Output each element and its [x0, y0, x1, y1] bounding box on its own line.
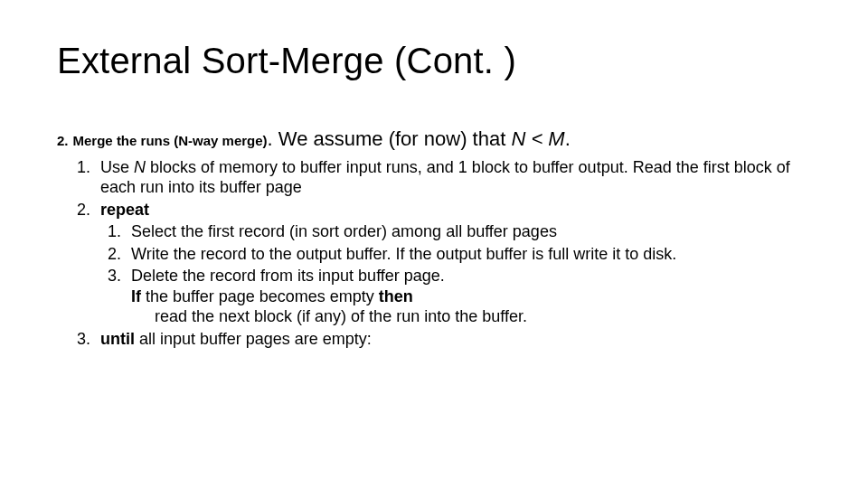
- lead-bold: Merge the runs (N-way merge): [73, 133, 268, 148]
- step-2-1: Select the first record (in sort order) …: [126, 221, 816, 242]
- lead-period: .: [268, 127, 278, 150]
- slide-title: External Sort-Merge (Cont. ): [57, 41, 516, 81]
- step-1-n: N: [134, 158, 146, 176]
- lead-number: 2.: [57, 133, 69, 148]
- step-2: repeat Select the first record (in sort …: [95, 200, 816, 327]
- step-2-3: Delete the record from its input buffer …: [126, 266, 816, 327]
- step-1: Use N blocks of memory to buffer input r…: [95, 157, 816, 198]
- step-2-repeat: repeat: [100, 201, 149, 219]
- step-3-until: until: [100, 330, 135, 348]
- step-2-3b: the buffer page becomes empty: [141, 287, 379, 305]
- lead-rest-a: We assume (for now) that: [278, 127, 512, 150]
- step-1a: Use: [100, 158, 134, 176]
- step-2-3-then: then: [379, 287, 413, 305]
- slide-body: 2. Merge the runs (N-way merge). We assu…: [57, 127, 816, 351]
- lead-ital: N < M: [511, 127, 564, 150]
- step-3: until all input buffer pages are empty:: [95, 329, 816, 350]
- step-2-3a: Delete the record from its input buffer …: [131, 267, 445, 285]
- step-2-2: Write the record to the output buffer. I…: [126, 244, 816, 265]
- step-2-3c: read the next block (if any) of the run …: [155, 307, 527, 325]
- outer-list: Use N blocks of memory to buffer input r…: [95, 157, 816, 350]
- step-2-3-if: If: [131, 287, 141, 305]
- lead-line: 2. Merge the runs (N-way merge). We assu…: [57, 127, 816, 152]
- step-3-rest: all input buffer pages are empty:: [135, 330, 372, 348]
- lead-rest-b: .: [565, 127, 571, 150]
- step-1b: blocks of memory to buffer input runs, a…: [100, 158, 790, 197]
- slide: External Sort-Merge (Cont. ) 2. Merge th…: [0, 0, 868, 488]
- inner-list: Select the first record (in sort order) …: [126, 221, 816, 327]
